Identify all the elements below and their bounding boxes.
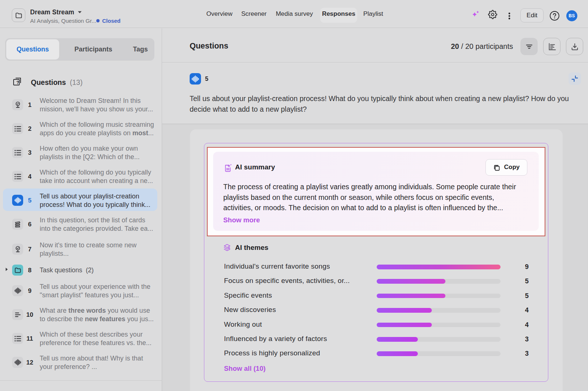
- svg-text:?: ?: [17, 80, 19, 85]
